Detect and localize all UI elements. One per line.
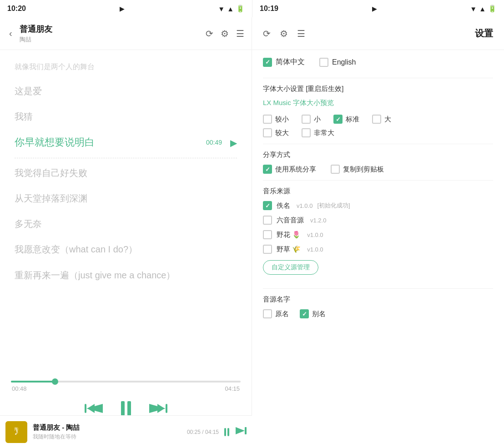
checkbox-source-2[interactable] [263, 230, 272, 239]
mini-pause-button[interactable] [224, 428, 229, 436]
lyric-line-0[interactable]: 就像我们是两个人的舞台 [15, 55, 237, 78]
source-name-0: 佚名 [277, 201, 290, 210]
font-preview[interactable]: LX Music 字体大小预览 [263, 99, 493, 107]
left-panel: ‹ 普通朋友 陶喆 ⟳ ⚙ ☰ 就像我们是两个人的舞台 这是爱 我猜 你早就想要… [0, 17, 252, 448]
progress-fill [11, 381, 55, 383]
player-header: ‹ 普通朋友 陶喆 ⟳ ⚙ ☰ [0, 17, 252, 50]
checkbox-larger[interactable] [263, 128, 272, 137]
source-item-2: 野花 🌷 v1.0.0 [263, 230, 493, 239]
progress-bar[interactable] [11, 381, 241, 383]
status-bar-right: 10:19 ▶ ▼ ▲ 🔋 [252, 0, 504, 17]
checkbox-original-name[interactable] [263, 309, 272, 318]
share-title: 分享方式 [263, 151, 493, 159]
checkbox-english[interactable] [319, 58, 328, 67]
size-option-large[interactable]: 大 [372, 115, 391, 124]
battery-icon-r: 🔋 [488, 5, 497, 13]
mini-next-button[interactable] [236, 426, 247, 438]
next-button[interactable] [149, 401, 167, 416]
size-label-smaller: 较小 [275, 115, 289, 124]
total-time: 04:15 [225, 385, 240, 392]
settings-icons-left: ⟳ ⚙ ☰ [263, 28, 305, 39]
size-label-standard: 标准 [346, 115, 359, 124]
checkbox-xlarge[interactable] [302, 128, 311, 137]
lyric-line-4[interactable]: 我觉得自己好失败 [15, 160, 237, 186]
checkbox-small[interactable] [302, 115, 311, 124]
source-name-label-alias: 别名 [312, 310, 326, 318]
song-artist: 陶喆 [20, 35, 200, 44]
lyric-line-5[interactable]: 从天堂掉落到深渊 [15, 186, 237, 211]
menu-icon[interactable]: ☰ [236, 28, 244, 39]
prev-button[interactable] [85, 401, 103, 416]
size-row-1: 较小 小 标准 大 [263, 115, 493, 124]
checkbox-clipboard[interactable] [331, 165, 340, 174]
wifi-icon: ▼ [218, 5, 225, 13]
settings-sync-icon[interactable]: ⟳ [263, 28, 271, 39]
time-right: 10:19 [260, 5, 278, 13]
lyric-line-6[interactable]: 多无奈 [15, 211, 237, 237]
settings-scroll: 简体中文 English 字体大小设置 [重启后生效] LX Music 字体大… [252, 50, 504, 448]
font-size-title: 字体大小设置 [重启后生效] [263, 85, 493, 93]
settings-body: 简体中文 English 字体大小设置 [重启后生效] LX Music 字体大… [252, 50, 504, 326]
time-left: 10:20 [7, 5, 26, 13]
size-option-xlarge[interactable]: 非常大 [302, 128, 334, 137]
source-version-1: v1.2.0 [310, 217, 326, 224]
checkbox-source-1[interactable] [263, 216, 272, 225]
source-name-3: 野草 🌾 [277, 245, 301, 254]
checkbox-chinese[interactable] [263, 58, 272, 67]
share-label-clipboard: 复制到剪贴板 [343, 165, 384, 174]
share-option-system[interactable]: 使用系统分享 [263, 165, 316, 174]
right-panel: ⟳ ⚙ ☰ 设置 简体中文 English [252, 17, 504, 448]
settings-filter-icon[interactable]: ⚙ [280, 28, 288, 39]
mini-song-info: 普通朋友 - 陶喆 我随时随地在等待 [33, 423, 181, 441]
checkbox-source-3[interactable] [263, 245, 272, 254]
lyric-play-button[interactable]: ▶ [230, 136, 237, 149]
size-label-xlarge: 非常大 [314, 129, 334, 137]
checkbox-standard[interactable] [333, 115, 343, 124]
current-time: 00:48 [12, 385, 27, 392]
lyric-timestamp: 00:49 [206, 138, 222, 147]
battery-icon: 🔋 [236, 5, 245, 13]
source-version-2: v1.0.0 [307, 232, 323, 238]
source-name-option-original[interactable]: 原名 [263, 309, 289, 318]
back-button[interactable]: ‹ [7, 26, 14, 40]
lyric-line-8[interactable]: 重新再来一遍（just give me a chance） [15, 262, 237, 288]
wifi-icon-r: ▼ [470, 5, 477, 13]
mini-title: 普通朋友 - 陶喆 [33, 423, 181, 432]
source-list: 佚名 v1.0.0 [初始化成功] 六音音源 v1.2.0 野花 🌷 v1.0.… [263, 201, 493, 254]
source-item-1: 六音音源 v1.2.0 [263, 216, 493, 225]
pause-bar-2 [127, 401, 131, 416]
equalizer-icon[interactable]: ⚙ [221, 28, 229, 39]
lyric-line-1[interactable]: 这是爱 [15, 78, 237, 104]
svg-text:陶: 陶 [15, 427, 18, 431]
lang-option-chinese[interactable]: 简体中文 [263, 57, 305, 67]
checkbox-system-share[interactable] [263, 165, 272, 174]
svg-rect-0 [85, 404, 86, 413]
settings-menu-icon[interactable]: ☰ [297, 28, 305, 39]
status-icons-left: ▼ ▲ 🔋 [218, 5, 245, 13]
svg-marker-10 [236, 427, 245, 434]
checkbox-smaller[interactable] [263, 115, 272, 124]
checkbox-alias-name[interactable] [300, 309, 309, 318]
source-name-1: 六音音源 [277, 216, 304, 225]
checkbox-large[interactable] [372, 115, 381, 124]
lang-option-english[interactable]: English [319, 58, 356, 67]
pause-button[interactable] [121, 401, 131, 416]
share-option-clipboard[interactable]: 复制到剪贴板 [331, 165, 384, 174]
active-lyric-text: 你早就想要说明白 [15, 136, 95, 150]
lyric-line-2[interactable]: 我猜 [15, 104, 237, 129]
checkbox-source-0[interactable] [263, 201, 272, 210]
source-name-option-alias[interactable]: 别名 [300, 309, 326, 318]
lyric-line-7[interactable]: 我愿意改变（what can I do?） [15, 237, 237, 262]
custom-source-button[interactable]: 自定义源管理 [263, 260, 318, 275]
size-option-larger[interactable]: 较大 [263, 128, 289, 137]
svg-rect-3 [166, 404, 167, 413]
song-info: 普通朋友 陶喆 [20, 24, 200, 44]
size-option-small[interactable]: 小 [302, 115, 321, 124]
status-icons-right: ▼ ▲ 🔋 [470, 5, 497, 13]
source-name-title: 音源名字 [263, 295, 493, 304]
lyric-line-active[interactable]: 你早就想要说明白 00:49 ▶ [15, 129, 237, 156]
size-option-standard[interactable]: 标准 [333, 115, 359, 124]
size-option-smaller[interactable]: 较小 [263, 115, 289, 124]
divider-1 [263, 78, 493, 78]
sync-icon[interactable]: ⟳ [206, 28, 213, 39]
